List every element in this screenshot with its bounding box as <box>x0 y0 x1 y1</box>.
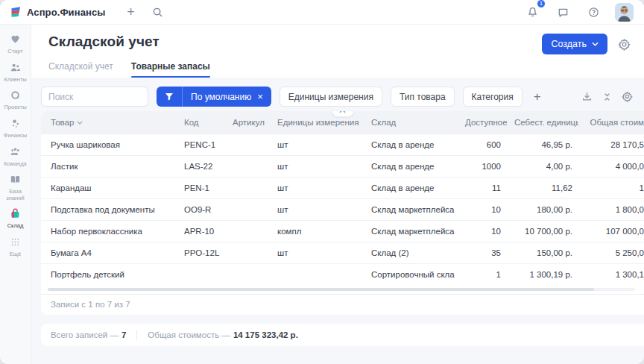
content-area: По умолчанию × Единицы измерения Тип тов… <box>31 78 644 364</box>
filter-product-type-button[interactable]: Тип товара <box>391 87 455 107</box>
table-scroll-region[interactable]: Товар Код Артикул Единицы измерения Скла… <box>41 111 644 285</box>
user-avatar[interactable] <box>615 3 634 22</box>
table-row[interactable]: Подставка под документыOO9-RштСклад марк… <box>41 198 644 220</box>
tab-inventory[interactable]: Товарные запасы <box>131 61 210 78</box>
cell-product: Бумага А4 <box>41 242 177 263</box>
tab-warehouse-accounting[interactable]: Складской учет <box>48 61 113 78</box>
notification-badge: 1 <box>537 0 546 8</box>
cell-warehouse: Склад в аренде <box>364 155 458 177</box>
filter-bar: По умолчанию × Единицы измерения Тип тов… <box>41 87 644 107</box>
search-icon[interactable] <box>148 3 166 21</box>
horizontal-scrollbar[interactable] <box>48 288 635 291</box>
main-area: Складской учет Создать Складской учет То… <box>31 25 644 364</box>
cell-article <box>225 177 270 198</box>
cell-product: Ластик <box>41 155 177 177</box>
finance-icon <box>10 118 21 131</box>
brand-name: Аспро.Финансы <box>27 7 105 18</box>
column-header-product[interactable]: Товар <box>41 111 177 134</box>
cell-article <box>225 134 270 155</box>
table-row[interactable]: Набор первоклассникаAPR-10комплСклад мар… <box>41 220 644 242</box>
chat-icon[interactable] <box>554 3 572 21</box>
cell-code: OO9-R <box>177 198 225 220</box>
sidebar-item-team[interactable]: Команда <box>1 146 31 168</box>
sort-chevron-icon <box>77 117 83 126</box>
scrollbar-thumb[interactable] <box>48 288 594 291</box>
sidebar-item-projects[interactable]: Проекты <box>1 90 31 111</box>
summary-bar: Всего записей — 7 Общая стоимость — 14 1… <box>41 324 644 346</box>
summary-divider <box>136 330 137 340</box>
cell-code: LAS-22 <box>177 155 225 177</box>
page-settings-gear-icon[interactable] <box>618 38 631 51</box>
remove-filter-icon[interactable]: × <box>257 92 263 101</box>
table-row[interactable]: КарандашPEN-1штСклад в аренде1111,621 <box>41 177 644 198</box>
chevron-down-icon <box>592 42 599 46</box>
cell-unit: шт <box>270 155 364 177</box>
filter-units-button[interactable]: Единицы измерения <box>280 87 382 107</box>
export-download-icon[interactable] <box>580 90 594 104</box>
notifications-bell-icon[interactable]: 1 <box>523 3 541 21</box>
cell-qty: 35 <box>458 242 507 263</box>
add-icon[interactable]: + <box>121 3 139 21</box>
table-row[interactable]: Портфель детскийСортировочный скла11 300… <box>41 263 644 285</box>
column-header-warehouse[interactable]: Склад <box>364 111 458 134</box>
collapse-panel-icon[interactable] <box>332 111 354 117</box>
cell-warehouse: Склад (2) <box>364 242 458 263</box>
collapse-rows-icon[interactable] <box>601 90 613 104</box>
tab-bar: Складской учет Товарные запасы <box>48 61 631 78</box>
column-header-unit-cost[interactable]: Себест. единицы <box>507 111 578 134</box>
cell-total: 4 000,0 <box>578 155 644 177</box>
projects-icon <box>10 90 21 103</box>
table-row[interactable]: Бумага А4PPO-12LштСклад (2)35150,00 р.5 … <box>41 242 644 263</box>
cell-warehouse: Склад в аренде <box>364 177 458 198</box>
table-row[interactable]: ЛастикLAS-22штСклад в аренде10004,00 р.4… <box>41 155 644 177</box>
funnel-icon[interactable] <box>157 87 183 107</box>
heart-icon <box>10 34 21 47</box>
table-settings-gear-icon[interactable] <box>620 90 634 104</box>
column-header-total-cost[interactable]: Общая стоим <box>578 111 644 134</box>
sidebar-item-more[interactable]: Ещё <box>1 236 31 258</box>
clients-icon <box>10 62 21 75</box>
cell-qty: 11 <box>458 177 507 198</box>
cell-unit: шт <box>270 242 364 263</box>
cell-unit-cost: 150,00 р. <box>507 242 578 263</box>
column-header-code[interactable]: Код <box>177 111 225 134</box>
add-filter-button[interactable]: + <box>532 90 543 104</box>
sidebar-item-clients[interactable]: Клиенты <box>1 62 31 84</box>
help-icon[interactable] <box>584 3 602 21</box>
search-input[interactable] <box>41 87 148 107</box>
cell-unit-cost: 10 700,00 р. <box>507 220 578 242</box>
column-header-article[interactable]: Артикул <box>225 111 270 134</box>
cell-warehouse: Склад маркетплейса <box>364 198 458 220</box>
table-row[interactable]: Ручка шариковаяPENC-1штСклад в аренде600… <box>41 134 644 155</box>
cell-unit: шт <box>270 198 364 220</box>
create-button[interactable]: Создать <box>542 34 607 54</box>
sidebar-item-finance[interactable]: Финансы <box>1 118 31 139</box>
active-filter-chip[interactable]: По умолчанию × <box>157 87 271 107</box>
cell-qty: 1000 <box>458 155 507 177</box>
cell-qty: 10 <box>458 198 507 220</box>
cell-code: PENC-1 <box>177 134 225 155</box>
cell-article <box>225 263 270 285</box>
cell-unit-cost: 4,00 р. <box>507 155 578 177</box>
sidebar-item-knowledge-base[interactable]: База знаний <box>1 174 31 201</box>
cell-total: 1 <box>578 177 644 198</box>
sidebar-item-start[interactable]: Старт <box>1 34 31 55</box>
dots-grid-icon <box>10 236 21 250</box>
top-bar: Аспро.Финансы + 1 <box>0 0 644 25</box>
inventory-table-card: Товар Код Артикул Единицы измерения Скла… <box>41 111 644 315</box>
total-cost-value: 14 175 323,42 р. <box>233 330 298 339</box>
filter-category-button[interactable]: Категория <box>463 87 523 107</box>
sidebar-item-warehouse[interactable]: Склад <box>1 208 31 230</box>
cell-warehouse: Сортировочный скла <box>364 263 458 285</box>
cell-unit-cost: 46,95 р. <box>507 134 578 155</box>
sidebar: Старт Клиенты Проекты Финансы Команда Ба… <box>0 25 31 364</box>
book-icon <box>10 174 21 187</box>
column-header-available-qty[interactable]: Доступное кол-во <box>458 111 507 134</box>
cell-total: 1 800,0 <box>578 198 644 220</box>
cell-code: PEN-1 <box>177 177 225 198</box>
brand[interactable]: Аспро.Финансы <box>10 6 105 18</box>
cell-product: Портфель детский <box>41 263 177 285</box>
page-header: Складской учет Создать Складской учет То… <box>31 25 644 78</box>
team-icon <box>10 146 21 160</box>
cell-qty: 10 <box>458 220 507 242</box>
